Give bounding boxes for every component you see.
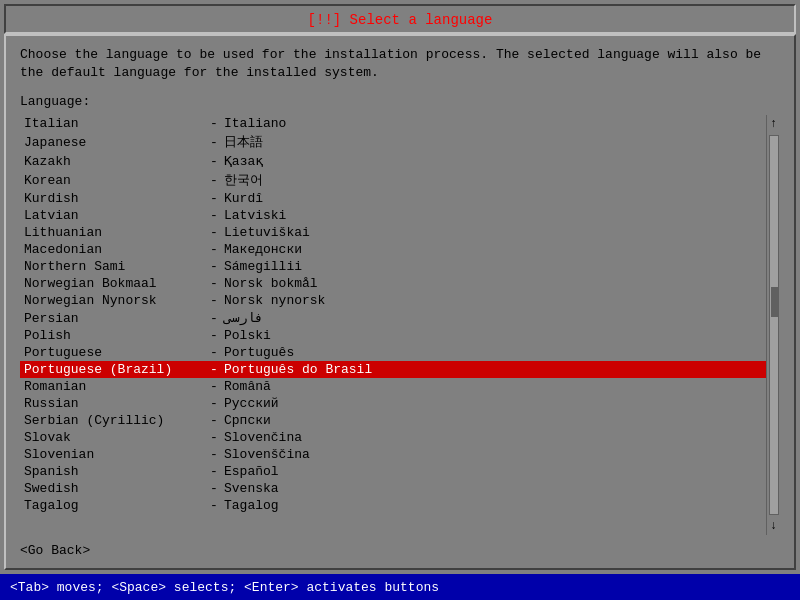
language-native: Polski <box>224 328 271 343</box>
language-name: Portuguese (Brazil) <box>24 362 204 377</box>
description-text: Choose the language to be used for the i… <box>20 46 780 82</box>
language-item[interactable]: Russian-Русский <box>20 395 766 412</box>
language-item[interactable]: Spanish-Español <box>20 463 766 480</box>
language-item[interactable]: Polish-Polski <box>20 327 766 344</box>
language-item[interactable]: Kurdish-Kurdî <box>20 190 766 207</box>
language-dash: - <box>204 173 224 188</box>
language-native: Español <box>224 464 279 479</box>
language-item[interactable]: Korean-한국어 <box>20 170 766 190</box>
scroll-up-button[interactable]: ↑ <box>770 115 777 133</box>
language-name: Lithuanian <box>24 225 204 240</box>
language-dash: - <box>204 154 224 169</box>
language-name: Latvian <box>24 208 204 223</box>
language-native: Sámegillii <box>224 259 302 274</box>
language-item[interactable]: Tagalog-Tagalog <box>20 497 766 514</box>
language-native: Tagalog <box>224 498 279 513</box>
language-native: Português <box>224 345 294 360</box>
scroll-down-button[interactable]: ↓ <box>770 517 777 535</box>
language-item[interactable]: Latvian-Latviski <box>20 207 766 224</box>
language-name: Polish <box>24 328 204 343</box>
language-name: Serbian (Cyrillic) <box>24 413 204 428</box>
language-item[interactable]: Italian-Italiano <box>20 115 766 132</box>
language-name: Slovak <box>24 430 204 445</box>
language-item[interactable]: Portuguese-Português <box>20 344 766 361</box>
language-native: Română <box>224 379 271 394</box>
language-name: Russian <box>24 396 204 411</box>
language-dash: - <box>204 259 224 274</box>
language-item[interactable]: Lithuanian-Lietuviškai <box>20 224 766 241</box>
language-native: Português do Brasil <box>224 362 372 377</box>
language-name: Japanese <box>24 135 204 150</box>
language-native: Norsk nynorsk <box>224 293 325 308</box>
language-item[interactable]: Macedonian-Македонски <box>20 241 766 258</box>
language-dash: - <box>204 242 224 257</box>
language-native: فارسی <box>224 310 263 326</box>
language-dash: - <box>204 328 224 343</box>
language-item[interactable]: Norwegian Nynorsk-Norsk nynorsk <box>20 292 766 309</box>
language-dash: - <box>204 447 224 462</box>
language-native: Русский <box>224 396 279 411</box>
language-native: Latviski <box>224 208 286 223</box>
language-item[interactable]: Persian-فارسی <box>20 309 766 327</box>
language-dash: - <box>204 276 224 291</box>
language-list[interactable]: Italian-ItalianoJapanese-日本語Kazakh-Қазақ… <box>20 115 766 535</box>
screen: [!!] Select a language Choose the langua… <box>0 0 800 600</box>
scroll-track <box>769 135 779 515</box>
language-dash: - <box>204 225 224 240</box>
language-native: 日本語 <box>224 133 263 151</box>
language-dash: - <box>204 345 224 360</box>
language-dash: - <box>204 311 224 326</box>
status-bar: <Tab> moves; <Space> selects; <Enter> ac… <box>0 574 800 600</box>
language-name: Kazakh <box>24 154 204 169</box>
language-dash: - <box>204 413 224 428</box>
language-dash: - <box>204 362 224 377</box>
language-name: Kurdish <box>24 191 204 206</box>
language-name: Macedonian <box>24 242 204 257</box>
language-native: Norsk bokmål <box>224 276 318 291</box>
window-title: [!!] Select a language <box>308 12 493 28</box>
language-dash: - <box>204 208 224 223</box>
language-native: Қазақ <box>224 153 263 169</box>
language-dash: - <box>204 379 224 394</box>
language-native: Slovenščina <box>224 447 310 462</box>
language-name: Northern Sami <box>24 259 204 274</box>
language-item[interactable]: Portuguese (Brazil)-Português do Brasil <box>20 361 766 378</box>
language-dash: - <box>204 191 224 206</box>
language-native: Македонски <box>224 242 302 257</box>
language-item[interactable]: Swedish-Svenska <box>20 480 766 497</box>
language-item[interactable]: Kazakh-Қазақ <box>20 152 766 170</box>
language-name: Norwegian Bokmaal <box>24 276 204 291</box>
title-bar: [!!] Select a language <box>4 4 796 34</box>
language-item[interactable]: Japanese-日本語 <box>20 132 766 152</box>
language-item[interactable]: Slovenian-Slovenščina <box>20 446 766 463</box>
language-item[interactable]: Romanian-Română <box>20 378 766 395</box>
language-native: 한국어 <box>224 171 263 189</box>
language-item[interactable]: Norwegian Bokmaal-Norsk bokmål <box>20 275 766 292</box>
scrollbar: ↑ ↓ <box>766 115 780 535</box>
language-list-container: Italian-ItalianoJapanese-日本語Kazakh-Қазақ… <box>20 115 780 535</box>
language-item[interactable]: Northern Sami-Sámegillii <box>20 258 766 275</box>
language-item[interactable]: Serbian (Cyrillic)-Српски <box>20 412 766 429</box>
language-name: Persian <box>24 311 204 326</box>
language-native: Italiano <box>224 116 286 131</box>
go-back-button[interactable]: <Go Back> <box>20 543 780 558</box>
language-dash: - <box>204 135 224 150</box>
language-item[interactable]: Slovak-Slovenčina <box>20 429 766 446</box>
language-native: Svenska <box>224 481 279 496</box>
language-name: Korean <box>24 173 204 188</box>
language-dash: - <box>204 396 224 411</box>
language-dash: - <box>204 464 224 479</box>
language-dash: - <box>204 116 224 131</box>
scroll-thumb[interactable] <box>771 287 779 317</box>
language-dash: - <box>204 293 224 308</box>
language-dash: - <box>204 481 224 496</box>
language-dash: - <box>204 498 224 513</box>
language-name: Swedish <box>24 481 204 496</box>
language-name: Romanian <box>24 379 204 394</box>
language-name: Slovenian <box>24 447 204 462</box>
language-name: Norwegian Nynorsk <box>24 293 204 308</box>
language-name: Portuguese <box>24 345 204 360</box>
language-label: Language: <box>20 94 780 109</box>
language-name: Italian <box>24 116 204 131</box>
language-native: Српски <box>224 413 271 428</box>
